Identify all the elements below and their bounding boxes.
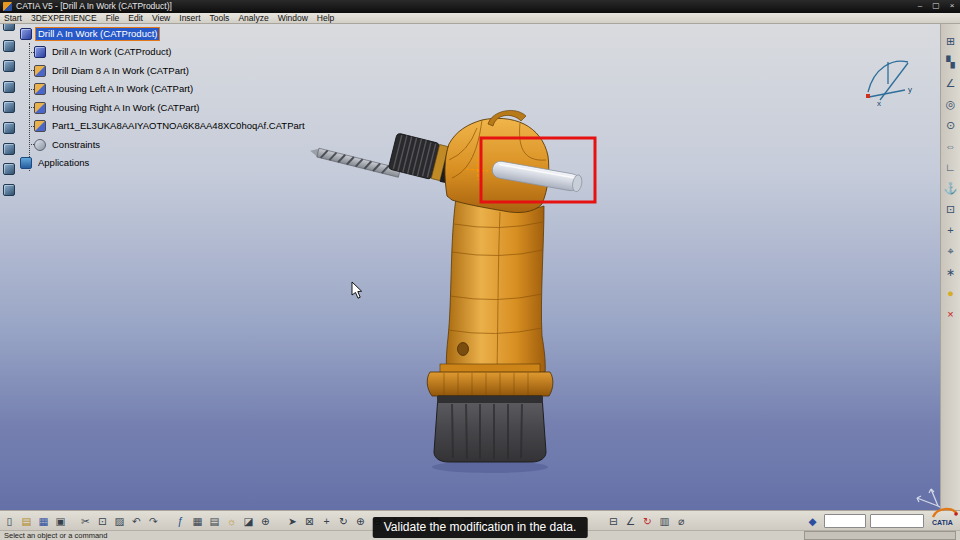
coincidence-constraint-icon[interactable]: ◎ bbox=[943, 96, 959, 112]
tree-item-label: Housing Right A In Work (CATPart) bbox=[50, 102, 201, 114]
paste-icon[interactable]: ▨ bbox=[112, 514, 127, 529]
tree-item[interactable]: Housing Left A In Work (CATPart) bbox=[20, 83, 307, 96]
tree-item[interactable]: Housing Right A In Work (CATPart) bbox=[20, 101, 307, 114]
offset-constraint-icon[interactable]: ⇔ bbox=[943, 138, 959, 154]
smart-move-icon[interactable]: ● bbox=[943, 285, 959, 301]
copy-icon[interactable]: ⊡ bbox=[95, 514, 110, 529]
tree-item[interactable]: Constraints bbox=[20, 138, 307, 151]
part-icon bbox=[34, 102, 46, 114]
save-icon[interactable]: ▦ bbox=[36, 514, 51, 529]
tools-toolbar: ⊟∠↻▥⌀ bbox=[606, 514, 689, 529]
snap-icon[interactable]: ⌖ bbox=[943, 243, 959, 259]
catia-window: CATIA V5 - [Drill A In Work (CATProduct)… bbox=[0, 0, 960, 540]
tree-item[interactable]: Applications bbox=[20, 157, 307, 170]
tree-item-label: Applications bbox=[36, 157, 91, 169]
rotate-icon[interactable]: ↻ bbox=[336, 514, 351, 529]
menu-insert[interactable]: Insert bbox=[179, 13, 200, 24]
menu-window[interactable]: Window bbox=[278, 13, 308, 24]
constraints-icon bbox=[34, 139, 46, 151]
tree-item[interactable]: Part1_EL3UKA8AAIYAOTNOA6K8AA48XC0hoqAf.C… bbox=[20, 120, 307, 133]
tree-item-label: Drill Diam 8 A In Work (CATPart) bbox=[50, 65, 191, 77]
catalog-icon[interactable]: ▤ bbox=[207, 514, 222, 529]
close-button[interactable]: × bbox=[944, 0, 960, 13]
knowledge-toolbar: ƒ▦▤☼◪⊕ bbox=[173, 514, 273, 529]
anchor-constraint-icon[interactable]: ⚓ bbox=[943, 180, 959, 196]
depth-effect-icon[interactable]: ◪ bbox=[241, 514, 256, 529]
explode-icon[interactable]: ∗ bbox=[943, 264, 959, 280]
tree-item-label: Drill A In Work (CATProduct) bbox=[50, 46, 173, 58]
tree-anchor-icon[interactable] bbox=[3, 101, 15, 113]
tree-anchor-icon[interactable] bbox=[3, 122, 15, 134]
tree-item-label: Part1_EL3UKA8AAIYAOTNOA6K8AA48XC0hoqAf.C… bbox=[50, 120, 307, 132]
graph-list-icon[interactable]: ⊟ bbox=[606, 514, 621, 529]
edit-toolbar: ✂⊡▨↶↷ bbox=[78, 514, 161, 529]
part-icon bbox=[34, 120, 46, 132]
product-structure-tools-icon[interactable]: ⊞ bbox=[943, 33, 959, 49]
zoom-in-icon[interactable]: ⊕ bbox=[353, 514, 368, 529]
formula-icon[interactable]: ƒ bbox=[173, 514, 188, 529]
constraints-toolbar-icon[interactable]: ∠ bbox=[943, 75, 959, 91]
light-icon[interactable]: ☼ bbox=[224, 514, 239, 529]
menu-edit[interactable]: Edit bbox=[128, 13, 143, 24]
stop-update-icon[interactable]: × bbox=[943, 306, 959, 322]
tree-item[interactable]: Drill A In Work (CATProduct) bbox=[20, 46, 307, 59]
tree-edge-strip bbox=[3, 19, 15, 204]
status-field[interactable] bbox=[804, 531, 956, 540]
tree-item[interactable]: Drill A In Work (CATProduct) bbox=[20, 27, 307, 40]
fit-all-in-icon[interactable]: ⊠ bbox=[302, 514, 317, 529]
window-controls: – ▢ × bbox=[912, 0, 960, 13]
menu-file[interactable]: File bbox=[106, 13, 120, 24]
angle-constraint-icon[interactable]: ∟ bbox=[943, 159, 959, 175]
tree-item[interactable]: Drill Diam 8 A In Work (CATPart) bbox=[20, 64, 307, 77]
cut-icon[interactable]: ✂ bbox=[78, 514, 93, 529]
menu-3dexperience[interactable]: 3DEXPERIENCE bbox=[31, 13, 97, 24]
command-input[interactable] bbox=[824, 514, 866, 528]
menu-analyze[interactable]: Analyze bbox=[238, 13, 268, 24]
update-all-icon[interactable]: ↻ bbox=[640, 514, 655, 529]
part-icon bbox=[34, 65, 46, 77]
redo-icon[interactable]: ↷ bbox=[146, 514, 161, 529]
manipulate-icon[interactable]: + bbox=[943, 222, 959, 238]
subtitle-overlay: Validate the modification in the data. bbox=[373, 517, 588, 538]
part-icon bbox=[34, 83, 46, 95]
pan-icon[interactable]: + bbox=[319, 514, 334, 529]
tree-item-label: Constraints bbox=[50, 139, 102, 151]
tree-anchor-icon[interactable] bbox=[3, 60, 15, 72]
constraint-creation-icon[interactable]: ∠ bbox=[623, 514, 638, 529]
minimize-button[interactable]: – bbox=[912, 0, 928, 13]
app-icon bbox=[3, 2, 12, 11]
menu-help[interactable]: Help bbox=[317, 13, 334, 24]
menu-view[interactable]: View bbox=[152, 13, 170, 24]
contact-constraint-icon[interactable]: ⊙ bbox=[943, 117, 959, 133]
open-folder-icon[interactable]: ▤ bbox=[19, 514, 34, 529]
applications-icon bbox=[20, 157, 32, 169]
spec-tree: Drill A In Work (CATProduct)Drill A In W… bbox=[20, 27, 307, 175]
svg-text:CATIA: CATIA bbox=[932, 519, 953, 526]
fly-mode-icon[interactable]: ➤ bbox=[285, 514, 300, 529]
menu-tools[interactable]: Tools bbox=[210, 13, 230, 24]
status-message: Select an object or a command bbox=[4, 531, 107, 540]
tree-item-label: Housing Left A In Work (CATPart) bbox=[50, 83, 195, 95]
right-toolbar: ⊞▚∠◎⊙⇔∟⚓⊡+⌖∗●× bbox=[940, 24, 960, 510]
tree-anchor-icon[interactable] bbox=[3, 163, 15, 175]
design-table-icon[interactable]: ▦ bbox=[190, 514, 205, 529]
undo-icon[interactable]: ↶ bbox=[129, 514, 144, 529]
tree-item-label: Drill A In Work (CATProduct) bbox=[36, 28, 159, 40]
measure-icon[interactable]: ⌀ bbox=[674, 514, 689, 529]
new-document-icon[interactable]: ▯ bbox=[2, 514, 17, 529]
print-icon[interactable]: ▣ bbox=[53, 514, 68, 529]
product-icon bbox=[20, 28, 32, 40]
tree-anchor-icon[interactable] bbox=[3, 143, 15, 155]
tree-anchor-icon[interactable] bbox=[3, 81, 15, 93]
fix-together-icon[interactable]: ⊡ bbox=[943, 201, 959, 217]
catalog-browser-icon[interactable]: ▥ bbox=[657, 514, 672, 529]
menu-start[interactable]: Start bbox=[4, 13, 22, 24]
menu-bar: Start3DEXPERIENCEFileEditViewInsertTools… bbox=[0, 13, 960, 24]
active-workbench-icon[interactable]: ◆ bbox=[805, 514, 820, 529]
tree-anchor-icon[interactable] bbox=[3, 184, 15, 196]
tree-anchor-icon[interactable] bbox=[3, 40, 15, 52]
magnifier-icon[interactable]: ⊕ bbox=[258, 514, 273, 529]
power-input[interactable] bbox=[870, 514, 924, 528]
component-icon[interactable]: ▚ bbox=[943, 54, 959, 70]
maximize-button[interactable]: ▢ bbox=[928, 0, 944, 13]
